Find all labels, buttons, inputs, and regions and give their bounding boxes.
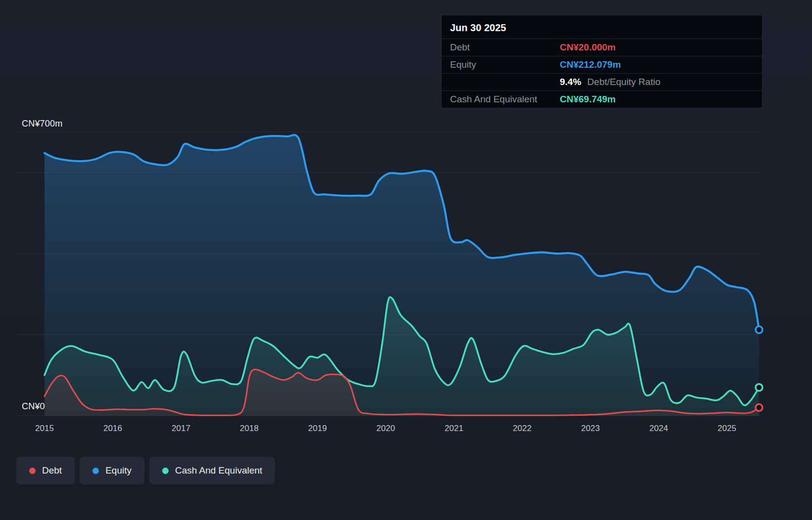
- chart-legend: Debt Equity Cash And Equivalent: [16, 457, 275, 484]
- tooltip-row-equity: Equity CN¥212.079m: [442, 56, 762, 73]
- x-axis-label: 2023: [581, 424, 600, 433]
- legend-label-equity: Equity: [105, 465, 132, 476]
- ratio-caption: Debt/Equity Ratio: [587, 77, 661, 87]
- x-axis-label: 2017: [172, 424, 190, 433]
- legend-label-cash: Cash And Equivalent: [175, 465, 262, 476]
- debt-label: Debt: [450, 42, 560, 53]
- tooltip-row-cash: Cash And Equivalent CN¥69.749m: [442, 90, 762, 108]
- balance-sheet-chart: 2015201620172018201920202021202220232024…: [0, 0, 812, 520]
- y-axis-label-max: CN¥700m: [22, 119, 62, 129]
- legend-item-equity[interactable]: Equity: [80, 457, 144, 484]
- x-axis-label: 2018: [240, 424, 259, 433]
- legend-dot-equity-icon: [92, 468, 99, 474]
- cash-label: Cash And Equivalent: [450, 94, 560, 105]
- x-axis-label: 2024: [649, 424, 668, 433]
- legend-label-debt: Debt: [42, 465, 62, 476]
- end-marker-debt: [756, 404, 763, 411]
- debt-value: CN¥20.000m: [560, 42, 616, 53]
- legend-dot-debt-icon: [29, 468, 36, 474]
- x-axis-label: 2015: [35, 424, 54, 433]
- y-axis-label-zero: CN¥0: [22, 401, 45, 412]
- equity-label: Equity: [450, 59, 560, 70]
- x-axis-label: 2025: [718, 424, 736, 433]
- x-axis-label: 2020: [376, 424, 395, 433]
- end-marker-equity: [756, 326, 763, 333]
- ratio-percent: 9.4%: [560, 77, 581, 87]
- legend-dot-cash-icon: [162, 468, 169, 474]
- tooltip-row-debt: Debt CN¥20.000m: [442, 39, 762, 56]
- legend-item-cash[interactable]: Cash And Equivalent: [149, 457, 275, 484]
- end-marker-cash: [756, 384, 763, 391]
- x-axis-label: 2016: [103, 424, 122, 433]
- tooltip-date: Jun 30 2025: [442, 15, 762, 39]
- equity-value: CN¥212.079m: [560, 59, 621, 70]
- tooltip-row-ratio: 9.4% Debt/Equity Ratio: [442, 73, 762, 90]
- legend-item-debt[interactable]: Debt: [16, 457, 75, 484]
- debt-equity-ratio: 9.4% Debt/Equity Ratio: [560, 77, 660, 87]
- cash-value: CN¥69.749m: [560, 94, 616, 105]
- x-axis-label: 2022: [513, 424, 532, 433]
- chart-tooltip: Jun 30 2025 Debt CN¥20.000m Equity CN¥21…: [441, 15, 763, 108]
- x-axis-label: 2019: [308, 424, 327, 433]
- x-axis-label: 2021: [445, 424, 463, 433]
